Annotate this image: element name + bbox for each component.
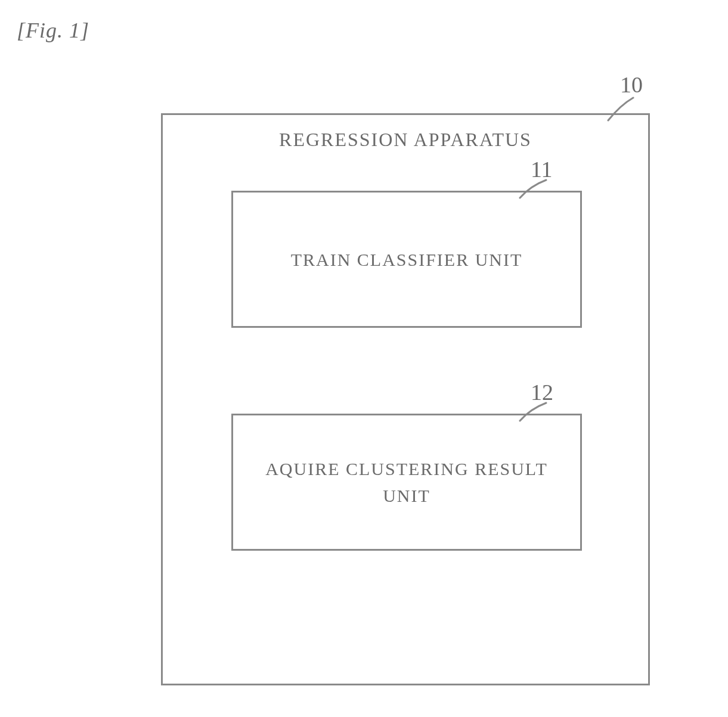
train-classifier-unit-box: TRAIN CLASSIFIER UNIT xyxy=(231,191,582,328)
unit-12-label: AQUIRE CLUSTERING RESULT UNIT xyxy=(245,455,568,509)
apparatus-reference-number: 10 xyxy=(620,72,643,98)
apparatus-title: REGRESSION APPARATUS xyxy=(161,129,650,151)
unit-11-label: TRAIN CLASSIFIER UNIT xyxy=(291,246,523,273)
acquire-clustering-result-unit-box: AQUIRE CLUSTERING RESULT UNIT xyxy=(231,414,582,551)
figure-label: [Fig. 1] xyxy=(17,18,89,43)
figure-page: [Fig. 1] 10 REGRESSION APPARATUS 11 TRAI… xyxy=(0,0,728,717)
